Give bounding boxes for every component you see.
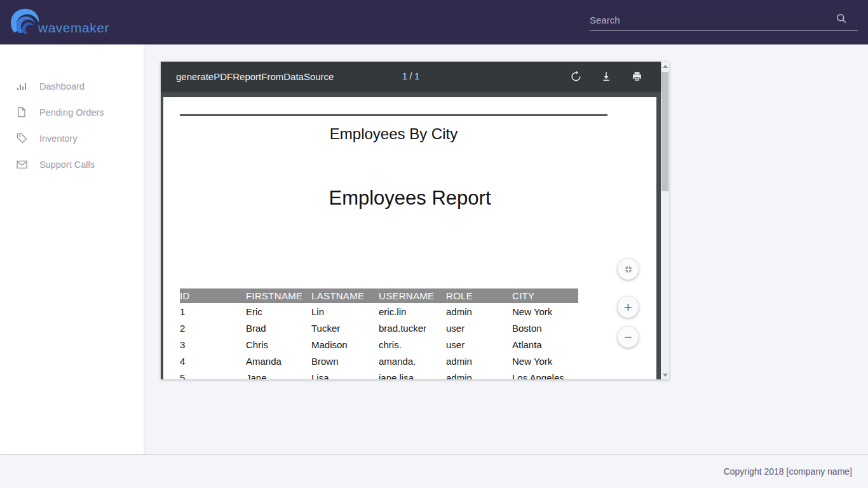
- table-cell: Brad: [246, 320, 311, 336]
- table-cell: New York: [512, 303, 578, 320]
- plus-icon: +: [624, 301, 632, 315]
- employees-table: ID FIRSTNAME LASTNAME USERNAME ROLE CITY…: [180, 288, 578, 379]
- table-cell: Amanda: [246, 353, 311, 369]
- minus-icon: −: [624, 330, 632, 344]
- table-cell: 2: [180, 320, 246, 336]
- table-cell: admin: [446, 303, 512, 320]
- pdf-page: Employees By City Employees Report ID FI…: [163, 97, 656, 379]
- scroll-up-arrow[interactable]: [661, 62, 669, 71]
- table-cell: Atlanta: [512, 336, 578, 353]
- table-cell: 4: [180, 353, 246, 369]
- pdf-scrollbar: [661, 62, 669, 379]
- copyright-text: Copyright 2018 [company name]: [724, 466, 852, 477]
- table-row: 3ChrisMadisonchris.userAtlanta: [180, 336, 578, 353]
- print-button[interactable]: [621, 62, 652, 91]
- sidebar-item-inventory[interactable]: Inventory: [0, 125, 144, 151]
- column-header: CITY: [512, 288, 578, 303]
- table-cell: admin: [446, 369, 512, 379]
- table-cell: admin: [446, 353, 512, 369]
- column-header: FIRSTNAME: [246, 288, 311, 303]
- pdf-viewer: generatePDFReportFromDataSource 1 / 1: [161, 62, 669, 379]
- table-cell: Lisa: [311, 369, 379, 379]
- fit-to-page-icon: [623, 264, 634, 274]
- column-header: ROLE: [446, 288, 512, 303]
- column-header: USERNAME: [379, 288, 446, 303]
- table-cell: Madison: [311, 336, 379, 353]
- table-cell: Tucker: [311, 320, 379, 336]
- scroll-down-arrow[interactable]: [661, 370, 669, 379]
- document-icon: [17, 107, 27, 118]
- pdf-body: Employees By City Employees Report ID FI…: [161, 91, 661, 379]
- search-input[interactable]: [590, 10, 822, 29]
- tag-icon: [17, 133, 27, 144]
- rotate-icon: [570, 71, 582, 83]
- document-rule: [180, 114, 607, 116]
- logo-text: wavemaker: [38, 20, 109, 36]
- sidebar-item-label: Dashboard: [39, 81, 85, 92]
- column-header: LASTNAME: [311, 288, 379, 303]
- table-cell: user: [446, 336, 512, 353]
- table-cell: Boston: [512, 320, 578, 336]
- app-footer: Copyright 2018 [company name]: [0, 454, 868, 488]
- download-button[interactable]: [591, 62, 621, 91]
- table-header-row: ID FIRSTNAME LASTNAME USERNAME ROLE CITY: [180, 288, 578, 303]
- sidebar-item-dashboard[interactable]: Dashboard: [0, 73, 144, 99]
- app-header: wavemaker: [0, 0, 868, 44]
- table-cell: Chris: [246, 336, 311, 353]
- sidebar-item-label: Inventory: [39, 133, 78, 144]
- download-icon: [600, 71, 612, 82]
- zoom-out-button[interactable]: −: [618, 327, 639, 348]
- table-cell: chris.: [379, 336, 446, 353]
- table-row: 5JaneLisajane.lisaadminLos Angeles: [180, 369, 578, 379]
- search-field: [590, 10, 858, 31]
- table-cell: Lin: [311, 303, 379, 320]
- sidebar-nav: Dashboard Pending Orders Inventory: [0, 44, 144, 454]
- table-cell: 1: [180, 303, 246, 320]
- table-row: 1EricLineric.linadminNew York: [180, 303, 578, 320]
- pdf-toolbar: generatePDFReportFromDataSource 1 / 1: [161, 62, 661, 91]
- sidebar-item-label: Support Calls: [39, 159, 95, 170]
- scrollbar-thumb[interactable]: [661, 72, 668, 191]
- pdf-title: generatePDFReportFromDataSource: [176, 71, 334, 82]
- sidebar-item-pending-orders[interactable]: Pending Orders: [0, 99, 144, 125]
- table-cell: 5: [180, 369, 246, 379]
- print-icon: [631, 71, 643, 83]
- column-header: ID: [180, 288, 246, 303]
- bar-chart-icon: [17, 81, 27, 92]
- envelope-icon: [17, 159, 27, 170]
- table-cell: Los Angeles: [512, 369, 578, 379]
- table-cell: eric.lin: [379, 303, 446, 320]
- table-cell: 3: [180, 336, 246, 353]
- sidebar-item-support-calls[interactable]: Support Calls: [0, 151, 144, 177]
- table-row: 4AmandaBrownamanda.adminNew York: [180, 353, 578, 369]
- table-cell: New York: [512, 353, 578, 369]
- table-cell: jane.lisa: [379, 369, 446, 379]
- table-cell: Brown: [311, 353, 379, 369]
- wavemaker-logo: wavemaker: [8, 5, 109, 39]
- fit-to-page-button[interactable]: [618, 259, 639, 280]
- document-title: Employees Report: [163, 187, 656, 210]
- table-cell: Eric: [246, 303, 311, 320]
- document-heading: Employees By City: [180, 125, 607, 143]
- table-cell: brad.tucker: [379, 320, 446, 336]
- table-row: 2BradTuckerbrad.tuckeruserBoston: [180, 320, 578, 336]
- sidebar-item-label: Pending Orders: [39, 107, 104, 118]
- rotate-button[interactable]: [560, 62, 591, 91]
- zoom-in-button[interactable]: +: [618, 297, 639, 318]
- table-cell: Jane: [246, 369, 311, 379]
- search-icon[interactable]: [835, 12, 848, 27]
- wave-logo-icon: [8, 5, 42, 39]
- table-cell: user: [446, 320, 512, 336]
- table-cell: amanda.: [379, 353, 446, 369]
